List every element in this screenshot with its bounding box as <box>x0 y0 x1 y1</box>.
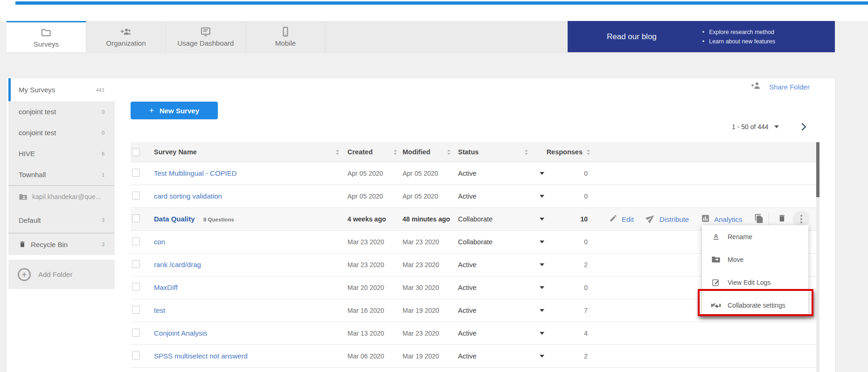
folder-label: Default <box>19 216 98 224</box>
edit-label: Edit <box>622 215 634 223</box>
analytics-button[interactable]: Analytics <box>701 214 742 225</box>
survey-name-link[interactable]: Conjoint Analysis <box>154 329 207 337</box>
table-row: card sorting validation Apr 05 2020 Apr … <box>131 185 816 208</box>
paper-plane-icon <box>646 214 655 225</box>
folder-label: conjoint test <box>19 129 98 137</box>
dashboard-display-icon <box>200 26 211 37</box>
svg-text:A: A <box>714 233 718 239</box>
tab-organization[interactable]: Organization <box>86 21 166 52</box>
row-checkbox[interactable] <box>132 351 140 359</box>
share-folder-button[interactable]: Share Folder <box>751 81 810 92</box>
top-strip <box>0 0 868 21</box>
menu-item-move[interactable]: Move <box>702 248 808 271</box>
person-add-icon <box>751 81 763 92</box>
sidebar-item-conjoint-test-2[interactable]: conjoint test 0 <box>8 122 115 143</box>
status-dropdown-caret[interactable] <box>540 172 544 175</box>
tab-label: Organization <box>106 39 146 47</box>
tab-label: Surveys <box>34 40 59 48</box>
sort-icon[interactable] <box>586 149 590 155</box>
menu-item-view-edit-logs[interactable]: View Edit Logs <box>702 271 808 294</box>
menu-item-collaborate-settings[interactable]: Collaborate settings <box>702 294 808 317</box>
created-cell: Mar 23 2020 <box>340 238 396 246</box>
status-dropdown-caret[interactable] <box>540 218 544 220</box>
add-folder-button[interactable]: + Add Folder <box>8 260 115 289</box>
status-text: Collaborate <box>458 238 493 246</box>
pagination-dropdown-caret[interactable] <box>774 125 779 128</box>
banner-bullet-list: Explore research method Learn about new … <box>702 29 775 45</box>
sort-icon[interactable] <box>335 149 340 155</box>
modified-cell: Mar 23 2020 <box>396 261 449 269</box>
menu-item-label: View Edit Logs <box>728 279 771 286</box>
survey-name-link[interactable]: con <box>154 238 165 246</box>
row-checkbox[interactable] <box>132 237 140 245</box>
survey-name-link[interactable]: rank /card/drag <box>154 261 201 269</box>
plus-icon: + <box>149 106 154 115</box>
tab-mobile[interactable]: Mobile <box>246 21 326 52</box>
status-dropdown-caret[interactable] <box>540 309 544 312</box>
table-row: Conjoint Analysis Mar 13 2020 Mar 23 202… <box>131 322 816 345</box>
distribute-button[interactable]: Distribute <box>646 214 689 225</box>
folder-label: Recycle Bin <box>31 241 98 248</box>
sidebar-item-recycle-bin[interactable]: Recycle Bin 3 <box>8 234 115 255</box>
scrollbar-thumb[interactable] <box>816 142 819 197</box>
row-checkbox[interactable] <box>132 260 140 268</box>
status-text: Active <box>458 330 477 337</box>
sidebar-item-my-surveys[interactable]: My Surveys 441 <box>8 78 115 101</box>
tab-usage-dashboard[interactable]: Usage Dashboard <box>166 21 246 52</box>
status-dropdown-caret[interactable] <box>540 241 544 243</box>
created-cell: Mar 23 2020 <box>340 261 396 269</box>
row-checkbox[interactable] <box>132 306 140 314</box>
folder-label: conjoint test <box>19 108 98 116</box>
modified-cell: Mar 19 2020 <box>396 307 449 314</box>
survey-name-link[interactable]: Test Multilingual - COPIED <box>154 169 237 177</box>
sidebar-item-default[interactable]: Default 3 <box>8 207 115 233</box>
status-dropdown-caret[interactable] <box>540 263 544 266</box>
status-dropdown-caret[interactable] <box>540 195 544 198</box>
responses-cell: 10 <box>548 215 602 223</box>
table-row: Test Multilingual - COPIED Apr 05 2020 A… <box>131 162 816 185</box>
status-dropdown-caret[interactable] <box>540 355 544 358</box>
edit-button[interactable]: Edit <box>609 214 634 224</box>
sidebar-item-shared-account[interactable]: kapil.khandekar@que... <box>8 186 115 207</box>
select-all-checkbox[interactable] <box>132 148 140 156</box>
survey-name-link[interactable]: Data Quality <box>154 215 195 223</box>
responses-cell: 4 <box>548 330 602 337</box>
delete-button[interactable] <box>778 214 786 225</box>
next-page-chevron[interactable] <box>799 122 808 131</box>
main-panel: My Surveys 441 conjoint test 0 conjoint … <box>7 78 835 372</box>
status-dropdown-caret[interactable] <box>540 332 544 335</box>
created-cell: Mar 13 2020 <box>340 330 396 337</box>
row-checkbox[interactable] <box>132 283 140 291</box>
sort-icon[interactable] <box>524 149 528 155</box>
row-checkbox[interactable] <box>132 214 140 222</box>
status-text: Active <box>458 193 477 200</box>
created-cell: Apr 05 2020 <box>340 170 396 177</box>
row-context-menu: A Rename Move View Edit Logs C <box>702 225 808 317</box>
tab-label: Usage Dashboard <box>178 39 234 47</box>
status-text: Collaborate <box>458 215 493 223</box>
sidebar-item-hive[interactable]: HIVE 6 <box>8 143 115 164</box>
duplicate-button[interactable] <box>754 214 764 225</box>
survey-name-link[interactable]: card sorting validation <box>154 192 222 200</box>
new-survey-button[interactable]: + New Survey <box>131 102 218 119</box>
top-accent-bar <box>15 1 868 5</box>
survey-name-link[interactable]: SPSS multiselect not answerd <box>154 352 248 360</box>
folder-sidebar: My Surveys 441 conjoint test 0 conjoint … <box>8 78 115 372</box>
row-checkbox[interactable] <box>132 169 140 177</box>
status-dropdown-caret[interactable] <box>540 286 544 289</box>
sidebar-item-townhall[interactable]: Townhall 1 <box>8 164 115 185</box>
survey-name-link[interactable]: MaxDiff <box>154 283 178 291</box>
status-text: Active <box>458 284 477 291</box>
sidebar-item-conjoint-test-1[interactable]: conjoint test 0 <box>8 101 115 122</box>
move-folder-icon <box>710 255 722 264</box>
folder-label: My Surveys <box>19 86 92 94</box>
table-scrollbar[interactable] <box>816 142 819 372</box>
table-header-row: Survey Name Created Modified Status Resp… <box>131 142 816 162</box>
read-our-blog-link[interactable]: Read our blog <box>607 32 657 41</box>
tab-surveys[interactable]: Surveys <box>7 21 86 52</box>
menu-item-rename[interactable]: A Rename <box>702 225 808 248</box>
modified-cell: 48 minutes ago <box>396 215 449 223</box>
row-checkbox[interactable] <box>132 192 140 200</box>
row-checkbox[interactable] <box>132 329 140 337</box>
survey-name-link[interactable]: test <box>154 306 165 314</box>
